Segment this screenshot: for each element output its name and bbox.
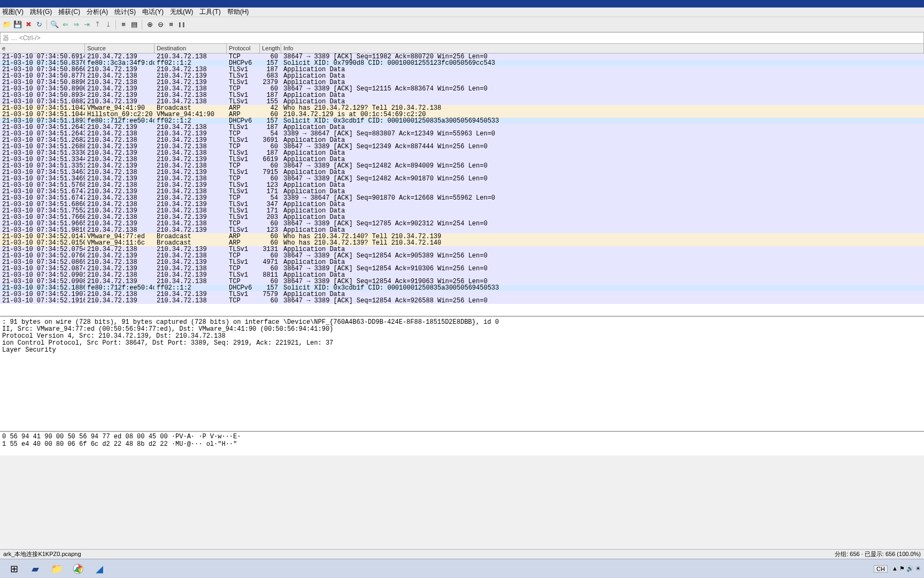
packet-row[interactable]: 21-03-10 07:34:51.268207210.34.72.138210… [0,137,924,143]
jump-icon[interactable]: ⇥ [82,20,91,29]
menu-bar: 视图(V) 跳转(G) 捕获(C) 分析(A) 统计(S) 电话(Y) 无线(W… [0,7,924,17]
packet-row[interactable]: 21-03-10 07:34:50.691488210.34.72.139210… [0,54,924,60]
save-icon[interactable]: 💾 [13,20,22,29]
first-icon[interactable]: ⤒ [93,20,102,29]
packet-row[interactable]: 21-03-10 07:34:52.014710VMware_94:77:edB… [0,233,924,240]
column-destination[interactable]: Destination [155,44,227,53]
menu-view[interactable]: 视图(V) [2,7,24,17]
explorer-icon[interactable]: 📁 [46,561,67,577]
open-file-icon[interactable]: 📁 [2,20,12,29]
packet-row[interactable]: 21-03-10 07:34:51.966517210.34.72.139210… [0,220,924,227]
packet-bytes-pane[interactable]: 0 56 94 41 90 00 50 56 94 77 ed 08 00 45… [0,431,924,455]
packet-row[interactable]: 21-03-10 07:34:52.087413210.34.72.139210… [0,265,924,272]
packet-row[interactable]: 21-03-10 07:34:52.015012VMware_94:11:6cB… [0,240,924,246]
zoom-out-icon[interactable]: ⊖ [156,20,165,29]
find-icon[interactable]: 🔍 [50,20,59,29]
menu-help[interactable]: 帮助(H) [227,7,249,17]
packet-row[interactable]: 21-03-10 07:34:52.090855210.34.72.139210… [0,278,924,285]
packet-row[interactable]: 21-03-10 07:34:51.755252210.34.72.139210… [0,208,924,214]
menu-analyze[interactable]: 分析(A) [87,7,108,17]
packet-row[interactable]: 21-03-10 07:34:52.076004210.34.72.139210… [0,253,924,259]
column-time[interactable]: e [0,44,85,53]
packet-list-header: e Source Destination Protocol Length Inf… [0,44,924,54]
packet-row[interactable]: 21-03-10 07:34:52.075490210.34.72.138210… [0,246,924,253]
packet-row[interactable]: 21-03-10 07:34:51.268893210.34.72.139210… [0,143,924,150]
display-filter-input[interactable]: 器 … <Ctrl-/> [0,32,924,44]
ime-indicator[interactable]: CH [874,565,888,573]
packet-row[interactable]: 21-03-10 07:34:51.674793210.34.72.138210… [0,195,924,201]
wireshark-icon[interactable]: ◢ [89,561,110,577]
packet-row[interactable]: 21-03-10 07:34:51.346323210.34.72.138210… [0,169,924,176]
packet-row[interactable]: 21-03-10 07:34:51.088221210.34.72.139210… [0,98,924,105]
status-bar: ark_本地连接K1KPZ0.pcapng 分组: 656 · 已显示: 656… [0,549,924,559]
autoscroll-icon[interactable]: ≡ [119,20,128,29]
chrome-icon[interactable] [67,561,89,577]
menu-tools[interactable]: 工具(T) [199,7,220,17]
packet-row[interactable]: 21-03-10 07:34:51.264345210.34.72.139210… [0,124,924,131]
status-file: ark_本地连接K1KPZ0.pcapng [3,550,81,558]
packet-row[interactable]: 21-03-10 07:34:51.104293VMware_94:41:90B… [0,105,924,111]
packet-row[interactable]: 21-03-10 07:34:52.191618210.34.72.139210… [0,298,924,304]
column-protocol[interactable]: Protocol [227,44,260,53]
status-stats: 分组: 656 · 已显示: 656 (100.0%) [835,550,921,558]
packet-row[interactable]: 21-03-10 07:34:50.890006210.34.72.139210… [0,86,924,92]
close-icon[interactable]: ✖ [24,20,33,29]
column-length[interactable]: Length [260,44,281,53]
packet-row[interactable]: 21-03-10 07:34:51.346978210.34.72.139210… [0,176,924,182]
packet-row[interactable]: 21-03-10 07:34:50.889620210.34.72.138210… [0,79,924,86]
packet-row[interactable]: 21-03-10 07:34:51.334491210.34.72.138210… [0,156,924,163]
packet-row[interactable]: 21-03-10 07:34:51.333058210.34.72.139210… [0,150,924,156]
column-info[interactable]: Info [281,44,924,53]
packet-row[interactable]: 21-03-10 07:34:51.189339fe80::712f:ee50:… [0,118,924,124]
packet-row[interactable]: 21-03-10 07:34:51.766035210.34.72.138210… [0,214,924,220]
packet-row[interactable]: 21-03-10 07:34:51.576818210.34.72.138210… [0,182,924,188]
column-source[interactable]: Source [85,44,155,53]
packet-row[interactable]: 21-03-10 07:34:50.877852210.34.72.138210… [0,73,924,79]
packet-row[interactable]: 21-03-10 07:34:50.866022210.34.72.139210… [0,66,924,73]
last-icon[interactable]: ⤓ [103,20,113,29]
zoom-in-icon[interactable]: ⊕ [145,20,155,29]
packet-row[interactable]: 21-03-10 07:34:51.104494Hillston_69:c2:2… [0,111,924,118]
menu-statistics[interactable]: 统计(S) [114,7,136,17]
reload-icon[interactable]: ↻ [34,20,44,29]
tray-icons[interactable]: ▲ ⚑ 🔊 ☀ [892,565,921,572]
colorize-icon[interactable]: ▤ [129,20,139,29]
menu-capture[interactable]: 捕获(C) [58,7,80,17]
start-button-icon[interactable]: ⊞ [3,561,25,577]
menu-telephony[interactable]: 电话(Y) [142,7,164,17]
prev-icon[interactable]: ⇐ [60,20,70,29]
packet-row[interactable]: 21-03-10 07:34:52.086907210.34.72.138210… [0,259,924,265]
window-titlebar [0,0,924,7]
packet-row[interactable]: 21-03-10 07:34:51.264388210.34.72.138210… [0,131,924,137]
packet-row[interactable]: 21-03-10 07:34:52.188603fe80::712f:ee50:… [0,285,924,291]
packet-row[interactable]: 21-03-10 07:34:52.090160210.34.72.138210… [0,272,924,278]
packet-list-pane[interactable]: e Source Destination Protocol Length Inf… [0,44,924,316]
zoom-reset-icon[interactable]: ≡ [166,20,176,29]
packet-row[interactable]: 21-03-10 07:34:51.981603210.34.72.138210… [0,227,924,233]
next-icon[interactable]: ⇒ [71,20,81,29]
packet-row[interactable]: 21-03-10 07:34:51.686043210.34.72.138210… [0,201,924,208]
packet-row[interactable]: 21-03-10 07:34:50.837689fe80::3c3a:34f9:… [0,60,924,66]
packet-row[interactable]: 21-03-10 07:34:51.674728210.34.72.139210… [0,188,924,195]
resize-columns-icon[interactable]: ⫿⫿ [177,20,187,29]
windows-taskbar[interactable]: ⊞ ▰ 📁 ◢ CH ▲ ⚑ 🔊 ☀ [0,559,924,578]
packet-row[interactable]: 21-03-10 07:34:51.335188210.34.72.139210… [0,163,924,169]
menu-wireless[interactable]: 无线(W) [170,7,193,17]
packet-row[interactable]: 21-03-10 07:34:50.893438210.34.72.139210… [0,92,924,98]
toolbar: 📁 💾 ✖ ↻ 🔍 ⇐ ⇒ ⇥ ⤒ ⤓ ≡ ▤ ⊕ ⊖ ≡ ⫿⫿ [0,17,924,32]
packet-details-pane[interactable]: : 91 bytes on wire (728 bits), 91 bytes … [0,316,924,431]
packet-row[interactable]: 21-03-10 07:34:52.190727210.34.72.138210… [0,291,924,298]
menu-go[interactable]: 跳转(G) [30,7,52,17]
powershell-icon[interactable]: ▰ [25,561,46,577]
